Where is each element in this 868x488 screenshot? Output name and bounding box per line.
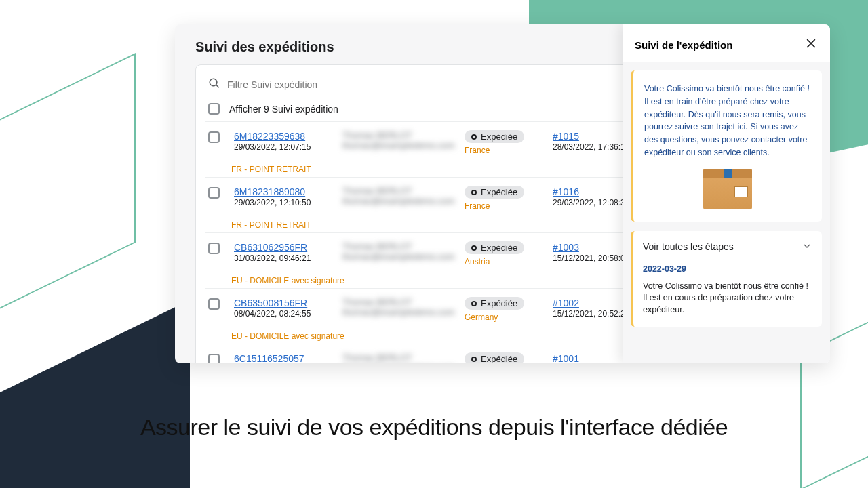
step-date: 2022-03-29 — [643, 264, 812, 274]
select-all-checkbox[interactable] — [208, 103, 220, 115]
country-label: Austria — [465, 257, 490, 266]
order-link[interactable]: #1016 — [553, 186, 579, 197]
order-link[interactable]: #1015 — [553, 131, 579, 142]
close-icon[interactable] — [804, 37, 818, 53]
tracking-message-card: Votre Colissimo va bientôt nous être con… — [631, 70, 822, 222]
country-label: France — [465, 146, 490, 155]
tracking-message: Votre Colissimo va bientôt nous être con… — [644, 83, 811, 159]
tracking-timestamp: 31/03/2022, 09:46:21 — [234, 253, 336, 263]
step-text: Votre Colissimo va bientôt nous être con… — [643, 281, 812, 317]
status-badge: Expédiée — [465, 241, 524, 254]
status-badge: Expédiée — [465, 130, 524, 143]
customer-cell: Thomas BERLOT thomas@exampledemo.com — [342, 130, 458, 150]
row-checkbox[interactable] — [208, 187, 220, 199]
order-link[interactable]: #1002 — [553, 298, 579, 308]
search-icon — [208, 77, 220, 92]
customer-cell: Thomas BERLOT thomas@exampledemo.com — [342, 186, 458, 206]
tracking-link[interactable]: 6C15116525057 — [234, 353, 304, 363]
tracking-link[interactable]: 6M18231889080 — [234, 186, 305, 197]
order-link[interactable]: #1003 — [553, 242, 579, 253]
order-link[interactable]: #1001 — [553, 353, 579, 363]
detail-panel: Suivi de l'expédition Votre Colissimo va… — [623, 24, 830, 363]
status-badge: Expédiée — [465, 352, 524, 363]
country-label: Germany — [465, 312, 498, 322]
customer-cell: Thomas BERLOT thomas@exampledemo.com — [342, 352, 458, 363]
tracking-timestamp: 08/04/2022, 08:24:55 — [234, 309, 336, 319]
status-badge: Expédiée — [465, 186, 524, 199]
row-checkbox[interactable] — [208, 131, 220, 143]
tracking-link[interactable]: CB631062956FR — [234, 242, 307, 253]
package-icon — [644, 159, 811, 212]
steps-toggle[interactable]: Voir toutes les étapes — [643, 241, 812, 253]
tracking-timestamp: 29/03/2022, 12:10:50 — [234, 198, 336, 207]
tracking-timestamp: 29/03/2022, 12:07:15 — [234, 142, 336, 152]
row-checkbox[interactable] — [208, 243, 220, 254]
tracking-panel: Suivi des expéditions Afficher 9 Suivi e… — [175, 24, 830, 363]
marketing-caption: Assurer le suivi de vos expéditions depu… — [0, 414, 868, 441]
row-checkbox[interactable] — [208, 354, 220, 363]
customer-cell: Thomas BERLOT thomas@exampledemo.com — [342, 297, 458, 317]
status-badge: Expédiée — [465, 297, 524, 310]
customer-cell: Thomas BERLOT thomas@exampledemo.com — [342, 241, 458, 262]
tracking-link[interactable]: CB635008156FR — [234, 298, 307, 308]
tracking-link[interactable]: 6M18223359638 — [234, 131, 305, 142]
count-label: Afficher 9 Suivi expédition — [229, 104, 338, 115]
panel-title: Suivi de l'expédition — [635, 39, 732, 51]
chevron-down-icon — [802, 241, 812, 253]
steps-card: Voir toutes les étapes 2022-03-29 Votre … — [631, 231, 822, 327]
country-label: France — [465, 201, 490, 211]
row-checkbox[interactable] — [208, 298, 220, 310]
